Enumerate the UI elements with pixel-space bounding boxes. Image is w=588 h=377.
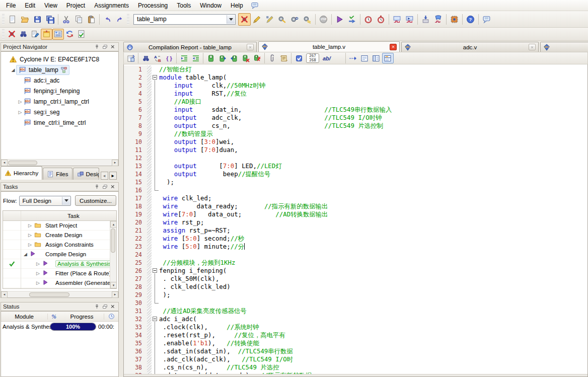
- ab-marker-button[interactable]: ab/: [323, 55, 331, 61]
- code-line-25[interactable]: 25 //分频模块，分频到1KHz: [124, 259, 587, 267]
- settings-button[interactable]: [6, 29, 18, 40]
- code-line-14[interactable]: 14 output beep//提醒信号: [124, 170, 587, 178]
- close-tab-icon[interactable]: [390, 44, 397, 50]
- code-line-33[interactable]: 33 .clock(clk), //系统时钟: [124, 323, 587, 331]
- menu-edit[interactable]: Edit: [20, 1, 40, 11]
- match-delimiter-button[interactable]: { }: [163, 53, 175, 63]
- code-line-31[interactable]: 31 //通过AD采集亮度传感器信号: [124, 307, 587, 315]
- cut-button[interactable]: [60, 13, 72, 26]
- copy-button[interactable]: [72, 13, 85, 26]
- task-start-project[interactable]: ▷Start Project: [3, 221, 116, 231]
- navigator-hscrollbar[interactable]: ◂ ▸: [1, 159, 118, 166]
- replace-button[interactable]: AB: [152, 53, 163, 63]
- analyze-syntax-button[interactable]: [293, 53, 305, 63]
- expander-collapsed-icon[interactable]: ▷: [36, 261, 40, 266]
- pin-icon[interactable]: [93, 184, 100, 190]
- float-icon[interactable]: [101, 44, 108, 50]
- code-line-26[interactable]: 26fenping i_fenping(: [124, 267, 587, 275]
- doc-view-2-button[interactable]: [371, 53, 382, 63]
- collapse-box-icon[interactable]: [153, 317, 157, 321]
- expander-collapsed-icon[interactable]: ▷: [36, 271, 40, 276]
- scroll-down-icon[interactable]: ▾: [110, 282, 117, 288]
- bookmark-prev-button[interactable]: [228, 53, 240, 63]
- code-line-9[interactable]: 9 //数码管显示: [124, 130, 587, 138]
- close-icon[interactable]: [109, 304, 116, 310]
- code-line-36[interactable]: 36 .sdat_in(sdat_in), //TLC549串行数据: [124, 347, 587, 355]
- pin-icon[interactable]: [93, 44, 100, 50]
- code-line-7[interactable]: 7 output adc_clk, //TLC549 I/O时钟: [124, 114, 587, 122]
- stopwatch-button[interactable]: [375, 13, 387, 26]
- fit-gear-button[interactable]: [301, 13, 314, 26]
- code-line-16[interactable]: 16: [124, 186, 587, 194]
- dashed-arrow-button[interactable]: [347, 53, 359, 63]
- menu-assignments[interactable]: Assignments: [90, 1, 133, 11]
- code-line-15[interactable]: 15 );: [124, 178, 587, 186]
- stop-button[interactable]: STOP: [317, 13, 330, 26]
- close-tab-icon[interactable]: [529, 44, 536, 50]
- increase-indent-button[interactable]: [178, 53, 190, 63]
- document-tab-table-lamp-v[interactable]: abctable_lamp.v: [258, 41, 400, 52]
- flow-combobox[interactable]: Full Design: [19, 196, 71, 206]
- templates-button[interactable]: [278, 53, 289, 63]
- tree-item-seg-i-seg[interactable]: ▷abcseg:i_seg: [1, 107, 118, 117]
- code-line-34[interactable]: 34 .reset(rst_p), //复位，高电平有: [124, 331, 587, 339]
- close-icon[interactable]: [109, 184, 116, 190]
- project-selector[interactable]: table_lamp: [133, 14, 236, 25]
- task-assembler-generate-pro[interactable]: ▷Assembler (Generate pro: [3, 278, 116, 288]
- timequest-button[interactable]: [362, 13, 375, 26]
- task-create-design[interactable]: ▷Create Design: [3, 231, 116, 240]
- expander-collapsed-icon[interactable]: ▷: [28, 223, 32, 228]
- float-icon[interactable]: [101, 184, 108, 190]
- float-icon[interactable]: [101, 304, 108, 310]
- programmer-button[interactable]: [419, 13, 432, 26]
- pin-icon[interactable]: [93, 304, 100, 310]
- toolbar-grip[interactable]: [127, 14, 129, 24]
- find-button[interactable]: [140, 53, 152, 63]
- code-line-1[interactable]: 1//智能台灯: [124, 65, 587, 73]
- code-line-24[interactable]: 24: [124, 251, 587, 259]
- pin-planner-button[interactable]: [263, 13, 276, 26]
- task-compile-design[interactable]: ◢Compile Design: [3, 250, 116, 259]
- close-icon[interactable]: [109, 44, 116, 50]
- code-line-21[interactable]: 21 assign rst_p=~RST;: [124, 227, 587, 235]
- settings-button[interactable]: [238, 13, 251, 26]
- menu-window[interactable]: Window: [195, 1, 226, 11]
- code-line-29[interactable]: 29 );: [124, 291, 587, 299]
- doc-view-3-button[interactable]: [382, 53, 394, 63]
- code-line-17[interactable]: 17 wire clk_led;: [124, 194, 587, 202]
- code-line-6[interactable]: 6 input sdat_in, //TLC549串行数据输入: [124, 106, 587, 114]
- open-in-main-button[interactable]: [125, 53, 136, 63]
- task-fitter-place-route-[interactable]: ▷Fitter (Place & Route): [3, 269, 116, 278]
- decrease-indent-button[interactable]: [190, 53, 201, 63]
- expander-expanded-icon[interactable]: ◢: [10, 67, 16, 72]
- document-tab-partial[interactable]: abc: [540, 42, 588, 52]
- customize-button[interactable]: Customize...: [75, 195, 116, 206]
- toolbar-grip[interactable]: [2, 29, 5, 39]
- code-line-11[interactable]: 11 output [7:0]duan,: [124, 146, 587, 154]
- notes-button[interactable]: [41, 29, 52, 40]
- code-line-4[interactable]: 4 input RST,//复位: [124, 90, 587, 98]
- find-button[interactable]: [18, 29, 29, 40]
- redo-button[interactable]: [114, 13, 126, 26]
- scroll-left-icon[interactable]: ◂: [1, 291, 8, 298]
- refresh-button[interactable]: [64, 29, 76, 40]
- code-line-27[interactable]: 27 . clk_50M(clk),: [124, 275, 587, 283]
- start-analysis-button[interactable]: [346, 13, 358, 26]
- scroll-right-icon[interactable]: ▸: [112, 160, 118, 166]
- settings-d-button[interactable]: D: [288, 13, 301, 26]
- help-button[interactable]: ?: [464, 13, 477, 26]
- tree-item-cyclone-iv-e-ep4ce6f17c8[interactable]: Cyclone IV E: EP4CE6F17C8: [1, 54, 118, 64]
- tree-item-table-lamp[interactable]: ◢abctable_lamp: [1, 64, 118, 75]
- chip-planner-button[interactable]: [448, 13, 461, 26]
- list-view-button[interactable]: [52, 29, 64, 40]
- tech-map-viewer-button[interactable]: [403, 13, 416, 26]
- tree-item-adc-i-adc[interactable]: abcadc:i_adc: [1, 75, 118, 86]
- code-line-10[interactable]: 10 output [3:0]wei,: [124, 138, 587, 146]
- expander-collapsed-icon[interactable]: ▷: [17, 99, 23, 104]
- editor-hscrollbar[interactable]: [124, 374, 587, 376]
- task-assign-constraints[interactable]: ▷Assign Constraints: [3, 240, 116, 250]
- scroll-left-icon[interactable]: ◂: [1, 160, 8, 166]
- new-file-button[interactable]: [6, 13, 19, 26]
- doc-view-1-button[interactable]: [359, 53, 371, 63]
- code-line-13[interactable]: 13 output [7:0] LED,//LED灯: [124, 162, 587, 170]
